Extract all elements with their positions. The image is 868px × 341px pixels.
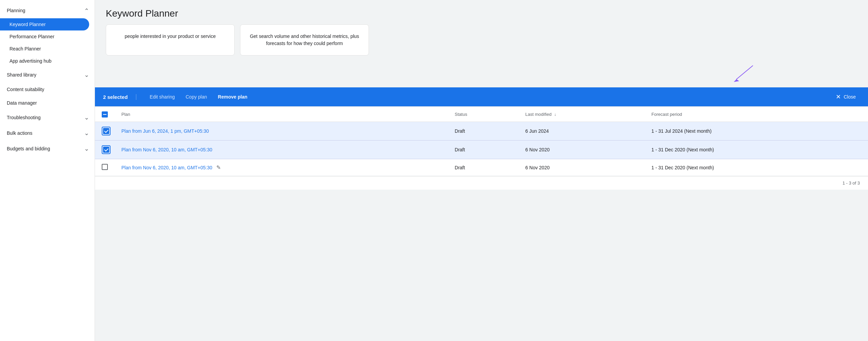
select-all-header[interactable] <box>95 107 116 122</box>
table-row: Plan from Jun 6, 2024, 1 pm, GMT+05:30 D… <box>95 122 868 141</box>
troubleshooting-header[interactable]: Troubleshooting ⌄ <box>0 110 95 125</box>
bulk-actions-chevron: ⌄ <box>84 129 89 137</box>
card-discover-text: people interested in your product or ser… <box>114 33 226 40</box>
sidebar-item-performance-planner[interactable]: Performance Planner <box>0 30 89 43</box>
forecast-period-column-header: Forecast period <box>646 107 868 122</box>
app-advertising-label: App advertising hub <box>9 58 52 64</box>
budgets-bidding-section: Budgets and bidding ⌄ <box>0 141 95 156</box>
table-row: Plan from Nov 6, 2020, 10 am, GMT+05:30 … <box>95 141 868 159</box>
close-button[interactable]: ✕ Close <box>832 90 860 103</box>
row2-plan-link[interactable]: Plan from Nov 6, 2020, 10 am, GMT+05:30 <box>121 147 212 152</box>
bulk-actions-header[interactable]: Bulk actions ⌄ <box>0 125 95 141</box>
cards-area: people interested in your product or ser… <box>95 24 868 64</box>
copy-plan-button[interactable]: Copy plan <box>180 91 212 102</box>
row3-checkbox-cell[interactable] <box>95 159 116 176</box>
card-metrics: Get search volume and other historical m… <box>240 24 369 56</box>
bulk-actions-label: Bulk actions <box>7 130 32 136</box>
troubleshooting-chevron: ⌄ <box>84 114 89 121</box>
row3-checkbox[interactable] <box>102 164 108 170</box>
row1-checkbox-cell[interactable] <box>95 122 116 141</box>
row2-forecast-cell: 1 - 31 Dec 2020 (Next month) <box>646 141 868 159</box>
row2-checkbox[interactable] <box>103 147 109 153</box>
data-manager-label: Data manager <box>7 100 37 106</box>
shared-library-chevron: ⌄ <box>84 71 89 79</box>
bulk-actions-section: Bulk actions ⌄ <box>0 125 95 141</box>
shared-library-label: Shared library <box>7 72 36 78</box>
card-metrics-text: Get search volume and other historical m… <box>249 33 360 47</box>
budgets-bidding-label: Budgets and bidding <box>7 146 50 151</box>
content-suitability-section: Content suitability <box>0 83 95 96</box>
shared-library-header[interactable]: Shared library ⌄ <box>0 67 95 83</box>
table-row: Plan from Nov 6, 2020, 10 am, GMT+05:30 … <box>95 159 868 176</box>
row1-status-cell: Draft <box>449 122 520 141</box>
row3-plan-link[interactable]: Plan from Nov 6, 2020, 10 am, GMT+05:30 <box>121 165 212 170</box>
select-all-checkbox[interactable] <box>102 111 108 118</box>
page-title: Keyword Planner <box>95 0 868 24</box>
planning-section-header[interactable]: Planning ⌄ <box>0 3 95 18</box>
status-column-header: Status <box>449 107 520 122</box>
row1-checkbox[interactable] <box>103 128 109 134</box>
planning-label: Planning <box>7 8 25 13</box>
troubleshooting-label: Troubleshooting <box>7 115 41 120</box>
budgets-bidding-header[interactable]: Budgets and bidding ⌄ <box>0 141 95 156</box>
row1-plan-link[interactable]: Plan from Jun 6, 2024, 1 pm, GMT+05:30 <box>121 128 209 134</box>
action-bar: 2 selected Edit sharing Copy plan Remove… <box>95 87 868 106</box>
sidebar-item-app-advertising[interactable]: App advertising hub <box>0 55 89 67</box>
row3-plan-cell: Plan from Nov 6, 2020, 10 am, GMT+05:30 … <box>116 159 449 176</box>
row3-modified-cell: 6 Nov 2020 <box>520 159 646 176</box>
row1-plan-cell: Plan from Jun 6, 2024, 1 pm, GMT+05:30 <box>116 122 449 141</box>
plans-table: Plan Status Last modified ↓ Forecast per… <box>95 107 868 176</box>
sidebar: Planning ⌄ Keyword Planner Performance P… <box>0 0 95 341</box>
row1-modified-cell: 6 Jun 2024 <box>520 122 646 141</box>
keyword-planner-label: Keyword Planner <box>9 22 46 27</box>
svg-marker-1 <box>734 79 739 82</box>
sidebar-item-reach-planner[interactable]: Reach Planner <box>0 43 89 55</box>
content-suitability-label: Content suitability <box>7 87 44 92</box>
row2-modified-cell: 6 Nov 2020 <box>520 141 646 159</box>
selected-count: 2 selected <box>103 94 136 100</box>
row1-forecast-cell: 1 - 31 Jul 2024 (Next month) <box>646 122 868 141</box>
row3-status-cell: Draft <box>449 159 520 176</box>
pagination: 1 - 3 of 3 <box>95 176 868 190</box>
card-discover: people interested in your product or ser… <box>106 24 235 56</box>
close-x-icon: ✕ <box>836 93 841 101</box>
edit-sharing-button[interactable]: Edit sharing <box>144 91 180 102</box>
svg-line-0 <box>736 66 753 79</box>
last-modified-column-header[interactable]: Last modified ↓ <box>520 107 646 122</box>
remove-plan-button[interactable]: Remove plan <box>213 91 253 102</box>
annotation-arrow <box>728 64 755 84</box>
close-label: Close <box>844 94 856 100</box>
row3-forecast-cell: 1 - 31 Dec 2020 (Next month) <box>646 159 868 176</box>
planning-chevron: ⌄ <box>84 7 89 14</box>
planning-section: Planning ⌄ Keyword Planner Performance P… <box>0 3 95 67</box>
data-manager-section: Data manager <box>0 96 95 110</box>
row2-checkbox-cell[interactable] <box>95 141 116 159</box>
reach-planner-label: Reach Planner <box>9 46 41 51</box>
data-manager-header[interactable]: Data manager <box>0 96 95 110</box>
sort-icon: ↓ <box>554 112 556 117</box>
row2-status-cell: Draft <box>449 141 520 159</box>
performance-planner-label: Performance Planner <box>9 34 54 39</box>
content-suitability-header[interactable]: Content suitability <box>0 83 95 96</box>
sidebar-item-keyword-planner[interactable]: Keyword Planner <box>0 18 89 30</box>
shared-library-section: Shared library ⌄ <box>0 67 95 83</box>
edit-icon[interactable]: ✎ <box>216 165 221 170</box>
table-container: Plan Status Last modified ↓ Forecast per… <box>95 106 868 190</box>
annotation-area <box>106 64 857 87</box>
main-content: Keyword Planner people interested in you… <box>95 0 868 341</box>
budgets-bidding-chevron: ⌄ <box>84 145 89 152</box>
row2-plan-cell: Plan from Nov 6, 2020, 10 am, GMT+05:30 <box>116 141 449 159</box>
plan-column-header: Plan <box>116 107 449 122</box>
troubleshooting-section: Troubleshooting ⌄ <box>0 110 95 125</box>
